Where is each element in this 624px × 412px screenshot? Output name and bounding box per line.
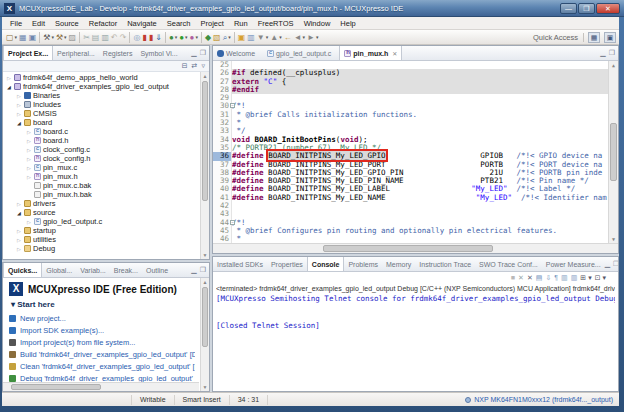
maximize-view-icon[interactable]: ❐ xyxy=(200,49,206,57)
menu-item[interactable]: Source xyxy=(50,17,84,30)
tree-item[interactable]: ▷pin_mux.c xyxy=(3,163,209,172)
code-line[interactable] xyxy=(232,210,618,218)
toolbar-button[interactable]: ▲▾ xyxy=(269,31,282,44)
code-line[interactable]: #define BOARD_INITPINS_My_LED_NAME "My_L… xyxy=(232,194,618,202)
view-tab[interactable]: Outline xyxy=(142,263,172,277)
toolbar-button[interactable]: ← xyxy=(283,31,293,44)
minimize-view-icon[interactable]: ▁ xyxy=(191,266,196,274)
tree-item[interactable]: ▷frdmk64f_demo_apps_hello_world xyxy=(3,73,209,82)
code-line[interactable]: #endif xyxy=(232,86,618,94)
tree-item[interactable]: ▷utilities xyxy=(3,235,209,244)
line-number[interactable]: 46 xyxy=(213,235,231,243)
scroll-down-icon[interactable]: ▼ xyxy=(609,235,618,243)
menu-item[interactable]: Project xyxy=(196,17,229,30)
quickstart-action[interactable]: Clean 'frdmk64f_driver_examples_gpio_led… xyxy=(9,360,195,372)
console-toolbar-icon[interactable]: ✕ xyxy=(527,274,533,282)
expand-arrow-icon[interactable]: ▷ xyxy=(26,165,32,171)
minimize-button[interactable]: — xyxy=(560,3,577,14)
toolbar-button[interactable]: ↶ xyxy=(110,31,119,44)
expand-arrow-icon[interactable]: ▷ xyxy=(26,219,32,225)
expand-arrow-icon[interactable]: ▷ xyxy=(16,201,22,207)
menu-item[interactable]: Search xyxy=(162,17,196,30)
quickstart-action[interactable]: Import SDK example(s)... xyxy=(9,324,195,336)
toolbar-button[interactable]: ▣ xyxy=(28,31,38,44)
expand-arrow-icon[interactable]: ▷ xyxy=(16,102,22,108)
tree-item[interactable]: ◢source xyxy=(3,208,209,217)
toolbar-button[interactable]: ⇓ xyxy=(154,31,163,44)
scroll-up-icon[interactable]: ▲ xyxy=(201,72,209,80)
code-line[interactable]: * xyxy=(232,235,618,243)
tree-item[interactable]: ▷board.h xyxy=(3,136,209,145)
tree-item[interactable]: ▷Includes xyxy=(3,100,209,109)
view-tab[interactable]: Console xyxy=(307,257,345,271)
console-output[interactable]: <terminated> frdmk64f_driver_examples_gp… xyxy=(213,283,618,391)
perspective-button[interactable]: ▦ xyxy=(588,32,600,43)
minimize-view-icon[interactable]: ▁ xyxy=(191,49,196,57)
toolbar-button[interactable]: ▤ xyxy=(91,31,101,44)
editor-tab[interactable]: pin_mux.h ✕ xyxy=(339,46,402,60)
code-line[interactable] xyxy=(232,94,618,102)
tree-item[interactable]: ▷clock_config.c xyxy=(3,145,209,154)
menu-item[interactable]: Refactor xyxy=(84,17,122,30)
editor-tab[interactable]: Welcome xyxy=(213,46,263,60)
view-tab[interactable]: Power Measure... xyxy=(542,257,605,271)
editor-hscrollbar[interactable] xyxy=(213,243,618,253)
toolbar-button[interactable]: ▧ xyxy=(212,31,222,44)
collapse-arrow-icon[interactable]: ◢ xyxy=(6,84,12,90)
close-tab-icon[interactable]: ✕ xyxy=(392,50,397,57)
view-tab[interactable]: Quicks... xyxy=(3,263,42,277)
quickstart-vscrollbar[interactable]: ▲ ▼ xyxy=(200,278,209,391)
fold-collapse-icon[interactable]: − xyxy=(230,220,235,225)
toolbar-icon[interactable]: ⊟ xyxy=(182,62,188,70)
toolbar-button[interactable]: ▣ xyxy=(237,31,247,44)
expand-arrow-icon[interactable]: ▷ xyxy=(6,75,12,81)
toolbar-button[interactable]: ►▾ xyxy=(306,31,319,44)
view-tab[interactable]: Installed SDKs xyxy=(213,257,267,271)
toolbar-button[interactable]: ◎ xyxy=(132,31,141,44)
console-toolbar-icon[interactable]: ⊡ ▾ xyxy=(595,274,606,282)
menu-item[interactable]: File xyxy=(5,17,27,30)
console-toolbar-icon[interactable]: ⊞ ▾ xyxy=(580,274,591,282)
code-line[interactable]: * xyxy=(232,119,618,127)
toolbar-button[interactable]: ●▾ xyxy=(168,31,178,44)
quickstart-action[interactable]: New project... xyxy=(9,312,195,324)
tree-item[interactable]: ▷drivers xyxy=(3,199,209,208)
code-editor[interactable]: 252627282930−313233343536373839404142434… xyxy=(213,61,618,243)
view-tab[interactable]: SWO Trace Conf... xyxy=(475,257,542,271)
toolbar-button[interactable]: ●▾ xyxy=(178,31,188,44)
toolbar-button[interactable]: ▥ xyxy=(100,31,110,44)
tree-item[interactable]: ▷pin_mux.h xyxy=(3,172,209,181)
quick-access[interactable]: Quick Access xyxy=(533,33,584,42)
view-tab[interactable]: Properties xyxy=(267,257,307,271)
scroll-up-icon[interactable]: ▲ xyxy=(609,61,618,69)
perspective-button[interactable]: ▣ xyxy=(604,32,616,43)
code-line[interactable]: * @brief Configures pin routing and opti… xyxy=(232,227,618,235)
view-tab[interactable]: Variab... xyxy=(76,263,110,277)
tree-item[interactable]: ▷gpio_led_output.c xyxy=(3,217,209,226)
expand-arrow-icon[interactable]: ▷ xyxy=(26,129,32,135)
status-target-device[interactable]: NXP MK64FN1M0xxx12 (frdmk64f..._output) xyxy=(465,396,619,403)
tree-item[interactable]: pin_mux.c.bak xyxy=(3,181,209,190)
toolbar-icon[interactable]: ▿ xyxy=(201,62,205,70)
maximize-view-icon[interactable]: ❐ xyxy=(613,260,619,268)
toolbar-button[interactable]: ⚒▾ xyxy=(42,31,55,44)
scroll-down-icon[interactable]: ▼ xyxy=(201,383,209,391)
expand-arrow-icon[interactable]: ▷ xyxy=(26,147,32,153)
expand-arrow-icon[interactable]: ▷ xyxy=(16,111,22,117)
collapse-arrow-icon[interactable]: ◢ xyxy=(16,120,22,126)
toolbar-button[interactable]: ▨ xyxy=(68,31,78,44)
view-tab[interactable]: Symbol Vi... xyxy=(136,46,181,60)
toolbar-icon[interactable]: ⇄ xyxy=(192,62,198,70)
toolbar-button[interactable]: ◆ xyxy=(204,31,212,44)
code-line[interactable]: #if defined(__cplusplus) xyxy=(232,69,618,77)
tree-item[interactable]: pin_mux.h.bak xyxy=(3,190,209,199)
view-tab[interactable]: Memory xyxy=(382,257,415,271)
toolbar-button[interactable]: ●▾ xyxy=(189,31,199,44)
maximize-view-icon[interactable]: ❐ xyxy=(200,266,206,274)
toolbar-button[interactable]: ▥ xyxy=(246,31,256,44)
console-toolbar-icon[interactable]: ¶ xyxy=(554,274,558,281)
menu-item[interactable]: Edit xyxy=(27,17,50,30)
maximize-view-icon[interactable]: ❐ xyxy=(609,49,615,57)
code-line[interactable] xyxy=(232,202,618,210)
toolbar-button[interactable]: ◄▾ xyxy=(293,31,306,44)
